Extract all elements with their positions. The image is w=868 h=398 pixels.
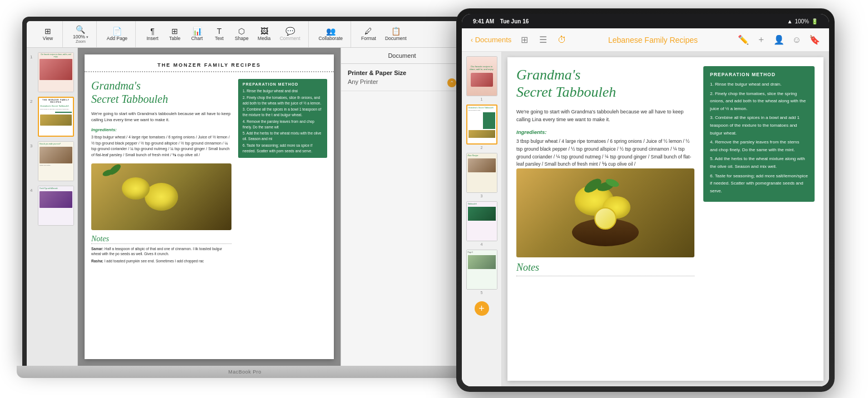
view-button[interactable]: ⊞ View: [38, 25, 58, 43]
prep-step-2: 2. Finely chop the tomatoes, slice th on…: [243, 95, 323, 106]
battery-label: 100%: [795, 18, 809, 24]
add-page-area: +: [464, 301, 499, 316]
add-page-button[interactable]: 📄 Add Page: [103, 25, 131, 43]
mac-toolbar: ⊞ View 🔍 100%▾ Zoom 📄: [27, 21, 463, 48]
doc-right: PREPARATION METHOD 1. Rinse the bulgur w…: [238, 79, 327, 348]
format-icon: 🖊: [363, 27, 373, 35]
ipad-ingredients-title: Ingredients:: [516, 129, 694, 135]
document-label: Document: [385, 36, 407, 41]
prep-step-1: 1. Rinse the bulgur wheat and drai: [243, 88, 323, 94]
zoom-icon: 🔍: [76, 26, 86, 33]
ipad-thumb-img-3: Rice Recipe: [466, 153, 497, 193]
ipad-thumb-img-4: Tabbouleh: [466, 201, 497, 241]
comment-button[interactable]: 💬 Comment: [277, 25, 304, 43]
ipad-thumb-img-5: Page 5: [466, 250, 497, 290]
recipe-title: Grandma's Secret Tabbouleh: [91, 79, 231, 106]
nav-pencil-icon[interactable]: ✏️: [738, 34, 749, 45]
panel-printer-value: Any Printer ⌃: [348, 78, 456, 85]
ipad-thumb-1[interactable]: Our favorite recipes to share, add to, a…: [464, 56, 499, 101]
ipad-navbar: ‹ Documents ⊞ ☰ ⏱ Lebanese Family Recipe…: [462, 28, 829, 52]
zoom-button[interactable]: 🔍 100%▾ Zoom: [70, 23, 92, 46]
ipad-prep-step-2: 2. Finely chop the tomatoes, slice the s…: [710, 90, 808, 113]
ipad-prep-box: PREPARATION METHOD 1. Rinse the bulgur w…: [703, 66, 815, 202]
ipad-add-page-button[interactable]: +: [475, 301, 489, 316]
doc-left: Grandma's Secret Tabbouleh We're going t…: [91, 79, 231, 348]
status-right: ▲ 100% 🔋: [787, 18, 818, 24]
nav-emoji-icon[interactable]: ☺: [792, 35, 801, 45]
thumb-img-3: How do you make your rice? Spices and no…: [38, 141, 74, 181]
ipad-doc-right: PREPARATION METHOD 1. Rinse the bulgur w…: [703, 66, 815, 372]
thumb-2[interactable]: 2 THE MONZER FAMILY RECIPES Grandma's Se…: [30, 97, 74, 137]
doc-body: Grandma's Secret Tabbouleh We're going t…: [85, 72, 334, 355]
format-button[interactable]: 🖊 Format: [358, 25, 379, 43]
doc-title: THE MONZER FAMILY RECIPES: [85, 54, 334, 72]
nav-pages-icon[interactable]: ⊞: [518, 34, 530, 46]
ipad-fruit-image: [516, 168, 694, 257]
ipad-thumb-img-1: Our favorite recipes to share, add to, a…: [466, 56, 497, 96]
macbook: ⊞ View 🔍 100%▾ Zoom 📄: [17, 17, 473, 378]
printer-expand-icon[interactable]: ⌃: [447, 78, 456, 87]
battery-icon: 🔋: [811, 18, 818, 24]
notes-rasha: Rasha: I add toasted pumpkin see end. So…: [91, 258, 231, 263]
macbook-base: MacBook Pro: [17, 366, 473, 378]
text-label: Text: [215, 36, 224, 41]
mac-thumbnails-sidebar: 1 Our favorite recipes to share, add to,…: [27, 48, 78, 366]
collaborate-label: Collaborate: [319, 36, 343, 41]
media-icon: 🖼: [259, 27, 269, 35]
ipad-thumb-4[interactable]: Tabbouleh 4: [464, 201, 499, 246]
media-button[interactable]: 🖼 Media: [254, 25, 274, 43]
table-button[interactable]: ⊞ Table: [165, 25, 185, 43]
document-button[interactable]: 📋 Document: [382, 25, 410, 43]
nav-add-icon[interactable]: ＋: [757, 34, 766, 46]
thumb-1[interactable]: 1 Our favorite recipes to share, add to,…: [30, 52, 74, 92]
notes-title: Notes: [91, 235, 231, 244]
panel-printer-label: Printer & Paper Size: [348, 69, 456, 76]
collaborate-button[interactable]: 👥 Collaborate: [315, 25, 346, 43]
insert-button[interactable]: ¶ Insert: [142, 25, 162, 43]
table-label: Table: [169, 36, 180, 41]
panel-header: Document: [341, 48, 463, 64]
chart-icon: 📊: [192, 27, 202, 35]
ipad-prep-step-5: 5. Add the herbs to the wheat mixture al…: [710, 155, 808, 170]
macbook-screen-outer: ⊞ View 🔍 100%▾ Zoom 📄: [22, 17, 467, 366]
notes-samar: Samar: Half a teaspoon of allspic of tha…: [91, 246, 231, 256]
format-label: Format: [361, 36, 376, 41]
mac-document: THE MONZER FAMILY RECIPES Grandma's Secr…: [85, 54, 334, 359]
ipad-prep-step-1: 1. Rinse the bulgur wheat and drain.: [710, 81, 808, 88]
macbook-brand-label: MacBook Pro: [228, 369, 262, 375]
view-group: ⊞ View: [33, 21, 63, 47]
ipad-document: Grandma's Secret Tabbouleh We're going t…: [507, 57, 823, 381]
prep-title: PREPARATION METHOD: [243, 82, 323, 86]
ipad-notes-title: Notes: [516, 262, 694, 276]
macbook-screen: ⊞ View 🔍 100%▾ Zoom 📄: [27, 21, 463, 366]
ipad-recipe-title: Grandma's Secret Tabbouleh: [516, 66, 694, 101]
nav-right-icons: ✏️ ＋ 👤 ☺ 🔖: [738, 34, 820, 46]
status-time: 9:41 AM Tue Jun 16: [473, 18, 529, 24]
nav-clock-icon[interactable]: ⏱: [556, 34, 568, 46]
prep-step-3: 3. Combine all the spices in a bowl 1 te…: [243, 107, 323, 118]
mac-content: 1 Our favorite recipes to share, add to,…: [27, 48, 463, 366]
ipad-main: Grandma's Secret Tabbouleh We're going t…: [502, 52, 829, 386]
chart-label: Chart: [191, 36, 203, 41]
ipad-prep-title: PREPARATION METHOD: [710, 72, 808, 77]
chart-button[interactable]: 📊 Chart: [187, 25, 207, 43]
nav-list-icon[interactable]: ☰: [537, 34, 549, 46]
thumb-img-2: THE MONZER FAMILY RECIPES Grandma's Secr…: [38, 97, 74, 137]
ipad-thumb-5[interactable]: Page 5 5: [464, 250, 499, 295]
recipe-intro: We're going to start with Grandma's tabb…: [91, 111, 231, 123]
shape-label: Shape: [235, 36, 249, 41]
prep-step-6: 6. Taste for seasoning; add more sa spic…: [243, 143, 323, 154]
ipad-sidebar: Our favorite recipes to share, add to, a…: [462, 52, 502, 386]
thumb-4[interactable]: 4 Fresh Figs with Almonds: [30, 186, 74, 226]
nav-bookmark-icon[interactable]: 🔖: [809, 34, 820, 45]
format-group: 🖊 Format 📋 Document: [353, 21, 415, 47]
nav-collab-icon[interactable]: 👤: [773, 34, 785, 45]
collaborate-icon: 👥: [326, 27, 336, 35]
text-button[interactable]: T Text: [209, 25, 229, 43]
ipad-thumb-2[interactable]: Grandma's Secret Tabbouleh We're going t…: [464, 105, 499, 150]
ipad-thumb-3[interactable]: Rice Recipe 3: [464, 153, 499, 198]
view-label: View: [43, 36, 53, 41]
thumb-3[interactable]: 3 How do you make your rice? Spices and …: [30, 141, 74, 181]
shape-button[interactable]: ⬡ Shape: [231, 25, 252, 43]
documents-back-button[interactable]: ‹ Documents: [471, 36, 511, 44]
